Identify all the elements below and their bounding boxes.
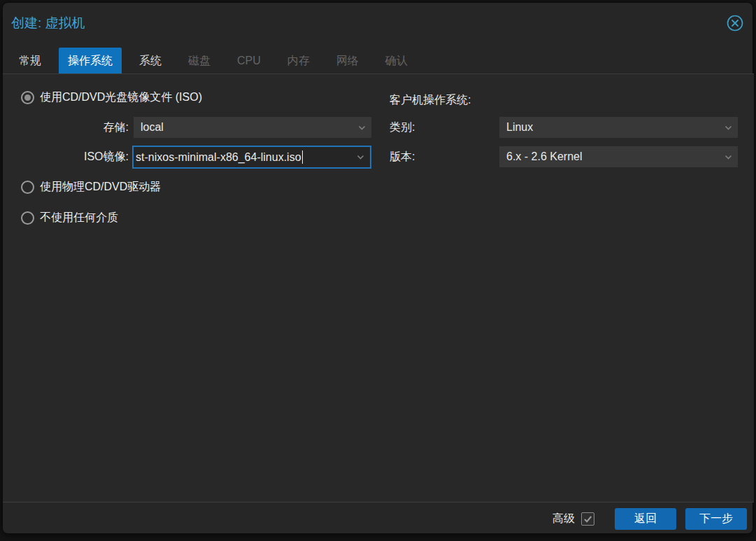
os-type-value: Linux bbox=[499, 121, 718, 134]
tab-network: 网络 bbox=[327, 48, 368, 73]
os-version-select[interactable]: 6.x - 2.6 Kernel bbox=[499, 146, 738, 167]
guest-os-heading: 客户机操作系统: bbox=[390, 93, 471, 108]
iso-image-input[interactable]: st-nixos-minimal-x86_64-linux.iso bbox=[132, 146, 371, 169]
dialog-titlebar: 创建: 虚拟机 bbox=[3, 3, 753, 43]
radio-no-media-label: 不使用任何介质 bbox=[40, 211, 118, 225]
os-type-select[interactable]: Linux bbox=[499, 117, 738, 138]
wizard-footer: 高级 返回 下一步 bbox=[3, 503, 754, 535]
iso-image-value: st-nixos-minimal-x86_64-linux.iso bbox=[136, 151, 301, 164]
chevron-down-icon[interactable] bbox=[352, 117, 371, 138]
advanced-label: 高级 bbox=[552, 512, 575, 526]
chevron-down-icon[interactable] bbox=[350, 147, 370, 167]
os-version-value: 6.x - 2.6 Kernel bbox=[499, 150, 718, 163]
create-vm-dialog: 创建: 虚拟机 常规 操作系统 系统 磁盘 CPU 内存 网络 确认 使用CD/… bbox=[2, 2, 753, 534]
chevron-down-icon[interactable] bbox=[718, 146, 738, 167]
next-button[interactable]: 下一步 bbox=[685, 508, 747, 530]
radio-selected-icon bbox=[21, 91, 34, 104]
radio-no-media[interactable]: 不使用任何介质 bbox=[21, 211, 118, 225]
chevron-down-icon[interactable] bbox=[718, 117, 738, 138]
radio-unselected-icon bbox=[21, 181, 34, 194]
tab-confirm: 确认 bbox=[376, 48, 417, 73]
radio-physical-drive-label: 使用物理CD/DVD驱动器 bbox=[40, 180, 161, 195]
dialog-title: 创建: 虚拟机 bbox=[11, 14, 85, 32]
radio-physical-drive[interactable]: 使用物理CD/DVD驱动器 bbox=[21, 180, 161, 195]
radio-use-iso-label: 使用CD/DVD光盘镜像文件 (ISO) bbox=[40, 90, 202, 105]
radio-use-iso[interactable]: 使用CD/DVD光盘镜像文件 (ISO) bbox=[21, 90, 202, 105]
os-version-label: 版本: bbox=[390, 146, 494, 167]
tab-memory: 内存 bbox=[278, 48, 319, 73]
os-form-panel: 使用CD/DVD光盘镜像文件 (ISO) 存储: local ISO镜像: st… bbox=[3, 73, 754, 503]
storage-label: 存储: bbox=[17, 117, 129, 138]
checkmark-icon bbox=[583, 514, 593, 524]
storage-select[interactable]: local bbox=[134, 117, 371, 138]
iso-image-label: ISO镜像: bbox=[17, 146, 129, 167]
radio-unselected-icon bbox=[21, 211, 34, 225]
close-icon[interactable] bbox=[726, 14, 744, 32]
back-button[interactable]: 返回 bbox=[615, 508, 676, 530]
tab-cpu: CPU bbox=[228, 48, 270, 73]
advanced-checkbox[interactable] bbox=[581, 512, 594, 526]
tab-system[interactable]: 系统 bbox=[130, 48, 171, 73]
wizard-tabbar: 常规 操作系统 系统 磁盘 CPU 内存 网络 确认 bbox=[10, 45, 417, 73]
os-type-label: 类别: bbox=[390, 117, 494, 138]
tab-os[interactable]: 操作系统 bbox=[59, 48, 122, 73]
storage-value: local bbox=[134, 121, 352, 134]
tab-general[interactable]: 常规 bbox=[10, 48, 50, 73]
tab-disks: 磁盘 bbox=[179, 48, 220, 73]
text-cursor bbox=[302, 150, 303, 164]
